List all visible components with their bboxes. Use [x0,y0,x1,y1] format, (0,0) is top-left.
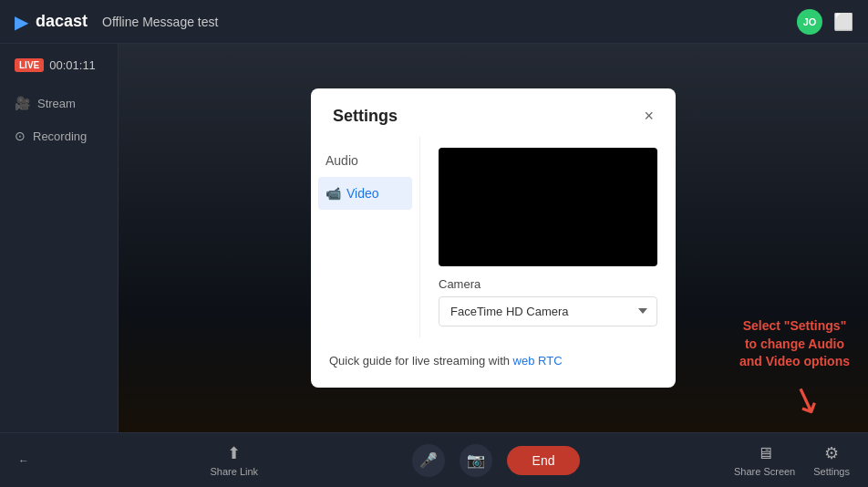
camera-label: Camera [439,277,657,291]
settings-label: Settings [813,466,850,477]
sidebar-item-recording-label: Recording [33,130,87,143]
camera-select[interactable]: FaceTime HD Camera [439,296,657,326]
share-screen-icon: 🖥 [757,444,773,463]
stream-icon: 🎥 [15,96,30,110]
main-area: LIVE 00:01:11 🎥 Stream ⊙ Recording [0,44,868,432]
exit-button[interactable]: ⬜ [833,12,853,32]
settings-action[interactable]: ⚙ Settings [813,443,850,477]
logo: ▶ dacast [15,11,88,33]
sidebar-item-recording[interactable]: ⊙ Recording [0,119,118,152]
sidebar-item-stream[interactable]: 🎥 Stream [0,87,118,119]
live-indicator: LIVE 00:01:11 [0,51,118,79]
annotation-text: Select "Settings"to change Audioand Vide… [739,317,850,371]
camera-button[interactable]: 📷 [460,444,492,477]
modal-close-button[interactable]: × [644,108,654,124]
end-button[interactable]: End [507,446,581,475]
camera-icon: 📷 [467,451,485,469]
mic-button[interactable]: 🎤 [412,444,445,477]
app-container: ▶ dacast Offline Message test JO ⬜ LIVE … [0,0,868,487]
share-link-label: Share Link [210,466,258,477]
content-area: Settings × Audio 📹 Video [119,44,868,432]
bottom-center-controls: 🎤 📷 End [412,444,581,477]
top-bar-right: JO ⬜ [797,9,853,35]
share-link-icon: ⬆ [227,443,241,463]
top-bar-left: ▶ dacast Offline Message test [15,11,218,33]
channel-name: Offline Message test [102,15,218,29]
modal-nav-video[interactable]: 📹 Video [318,177,412,210]
logo-icon: ▶ [15,11,28,33]
live-badge: LIVE [15,58,44,72]
guide-text: Quick guide for live streaming with web … [329,352,657,370]
modal-header: Settings × [311,88,676,137]
video-preview [439,148,657,266]
sidebar-nav: 🎥 Stream ⊙ Recording [0,87,118,152]
modal-footer: Quick guide for live streaming with web … [311,337,676,389]
top-bar: ▶ dacast Offline Message test JO ⬜ [0,0,868,44]
sidebar-item-stream-label: Stream [37,97,76,110]
settings-icon: ⚙ [824,443,839,463]
share-screen-action[interactable]: 🖥 Share Screen [734,444,795,477]
video-nav-icon: 📹 [326,186,341,201]
bottom-right: 🖥 Share Screen ⚙ Settings [734,443,850,477]
annotation-arrow-icon: ↘ [785,374,829,424]
logo-text: dacast [36,12,88,31]
settings-modal: Settings × Audio 📹 Video [311,88,676,389]
annotation: Select "Settings"to change Audioand Vide… [739,317,850,420]
modal-nav: Audio 📹 Video [311,137,420,337]
modal-video-content: Camera FaceTime HD Camera [420,137,676,337]
share-screen-label: Share Screen [734,466,795,477]
sidebar: LIVE 00:01:11 🎥 Stream ⊙ Recording [0,44,119,432]
mic-icon: 🎤 [419,451,438,469]
webrtc-link[interactable]: web RTC [513,354,563,368]
modal-body: Audio 📹 Video Camera FaceTime HD Cam [311,137,676,337]
bottom-bar: ← ⬆ Share Link 🎤 📷 End 🖥 Share Screen ⚙ … [0,432,868,487]
back-icon: ← [18,454,29,467]
recording-icon: ⊙ [15,129,26,143]
modal-nav-audio[interactable]: Audio [311,144,419,177]
share-link-action[interactable]: ⬆ Share Link [210,443,258,477]
avatar: JO [797,9,822,35]
modal-title: Settings [333,107,398,126]
stream-timer: 00:01:11 [49,58,96,72]
bottom-left[interactable]: ← [18,454,29,467]
